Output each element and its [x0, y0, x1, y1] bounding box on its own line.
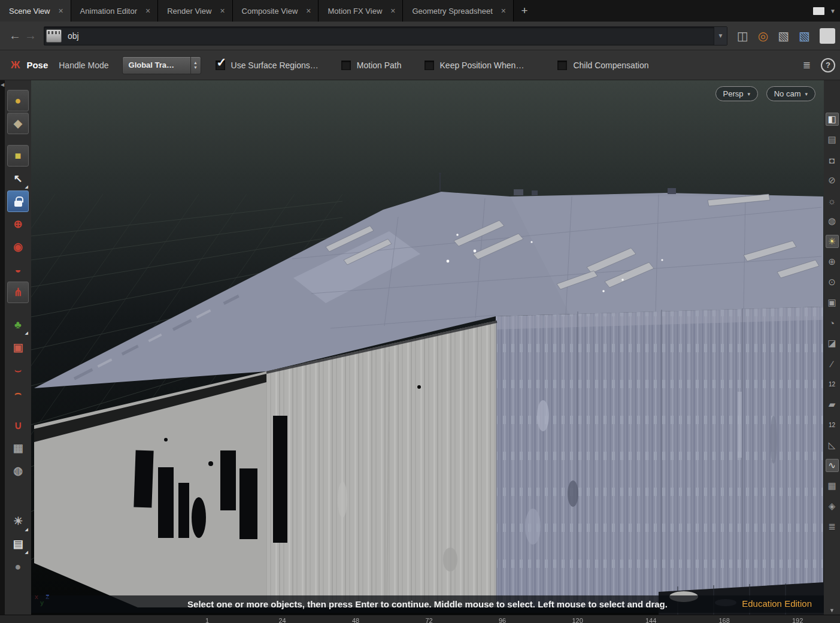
- shading-mode-icon[interactable]: ◧: [826, 113, 839, 126]
- link-cube-icon[interactable]: ▧: [778, 29, 789, 43]
- panel-swatch-button[interactable]: [820, 28, 835, 44]
- material-sphere-tool[interactable]: ●: [7, 556, 29, 577]
- tab-composite-view[interactable]: Composite View×: [233, 0, 319, 22]
- character-options-icon[interactable]: ≣: [803, 59, 811, 71]
- help-button[interactable]: ?: [821, 58, 835, 72]
- arc-tool[interactable]: ⌢: [7, 382, 29, 404]
- checkerboard-icon[interactable]: ▦: [826, 479, 839, 492]
- camera-selector-button[interactable]: No cam ▾: [766, 86, 815, 101]
- tab-close-icon[interactable]: ×: [500, 6, 507, 16]
- geometry-display-icon[interactable]: ▣: [826, 296, 839, 309]
- forward-button[interactable]: →: [23, 29, 38, 43]
- character-placement-tool[interactable]: ▣: [7, 337, 29, 358]
- tab-close-icon[interactable]: ×: [219, 6, 226, 16]
- stepper-down-icon[interactable]: ▼: [193, 65, 198, 70]
- right-strip-caret-icon[interactable]: ▼: [824, 607, 840, 613]
- wireframe-view-tool[interactable]: ◆: [7, 113, 29, 134]
- environment-globe-tool[interactable]: ◍: [7, 460, 29, 482]
- checkbox[interactable]: [557, 61, 567, 70]
- caret-down-icon: ▾: [747, 91, 750, 97]
- frame-tick: 1: [205, 617, 209, 623]
- pin-panel-icon[interactable]: ◫: [737, 29, 748, 43]
- tab-strip: Scene View×Animation Editor×Render View×…: [0, 0, 514, 22]
- camera-tool[interactable]: ▦: [7, 437, 29, 459]
- shelf-books-tool[interactable]: ▤◢: [7, 533, 29, 555]
- pose-tree-tool[interactable]: ♣◢: [7, 314, 29, 335]
- tab-close-icon[interactable]: ×: [305, 6, 312, 16]
- translate-tool[interactable]: ⊕: [7, 213, 29, 235]
- tab-label: Scene View: [9, 7, 50, 16]
- tab-animation-editor[interactable]: Animation Editor×: [71, 0, 159, 22]
- bbox-view-tool[interactable]: ■: [7, 145, 29, 167]
- pose-lock-tool[interactable]: [7, 190, 29, 212]
- tab-scene-view[interactable]: Scene View×: [0, 0, 71, 22]
- draw-curve-icon[interactable]: ∿: [826, 459, 839, 472]
- tab-motion-fx-view[interactable]: Motion FX View×: [319, 0, 403, 22]
- frame-tick: 72: [426, 617, 433, 623]
- visibility-diamond-icon[interactable]: ◈: [826, 500, 839, 513]
- option-use-surface-regions[interactable]: ✓Use Surface Regions…: [216, 61, 319, 70]
- selectable-only-icon[interactable]: ⊘: [826, 174, 839, 187]
- maximize-pane-icon[interactable]: [813, 7, 824, 15]
- stepper-up-icon[interactable]: ▲: [193, 61, 198, 65]
- path-dropdown-caret-icon[interactable]: ▼: [714, 27, 727, 45]
- ik-pose-tool-glyph: ⋔: [13, 286, 22, 299]
- pose-tool-icon[interactable]: Ж: [11, 59, 20, 71]
- option-child-compensation[interactable]: Child Compensation: [557, 61, 648, 70]
- collapse-left-icon[interactable]: ◀: [0, 82, 5, 87]
- checkbox[interactable]: [341, 61, 351, 70]
- network-path-value: obj: [68, 31, 79, 41]
- option-keep-position-when[interactable]: Keep Position When…: [424, 61, 524, 70]
- wireframe-view-tool-glyph: ◆: [14, 117, 22, 130]
- set-square-icon[interactable]: ◺: [826, 438, 839, 452]
- pane-menu-caret-icon[interactable]: ▼: [830, 8, 836, 14]
- tool-name-label: Pose: [26, 60, 48, 70]
- snapshot-icon[interactable]: ▤: [826, 133, 839, 146]
- tab-close-icon[interactable]: ×: [144, 6, 151, 16]
- transform-space-dropdown[interactable]: Global Tra… ▲ ▼: [122, 56, 201, 74]
- shaded-view-tool[interactable]: ●: [7, 90, 29, 111]
- scale-tool[interactable]: ◒: [7, 259, 29, 280]
- option-motion-path[interactable]: Motion Path: [341, 61, 402, 70]
- curve-tool[interactable]: ⌣: [7, 359, 29, 381]
- add-light-icon[interactable]: ⊕: [826, 255, 839, 268]
- tab-geometry-spreadsheet[interactable]: Geometry Spreadsheet×: [403, 0, 514, 22]
- magnet-snap-tool[interactable]: ∪: [7, 415, 29, 436]
- frame-handle-12-icon[interactable]: 12: [826, 377, 839, 391]
- link-cube-blue-icon[interactable]: ▧: [799, 29, 810, 43]
- ik-pose-tool[interactable]: ⋔: [7, 282, 29, 303]
- camera-lock-icon[interactable]: ◘: [826, 153, 839, 167]
- headlight-icon[interactable]: ☼: [826, 194, 839, 207]
- camera-selector-label: No cam: [774, 89, 801, 98]
- screwdriver-icon[interactable]: ∕: [826, 357, 839, 370]
- normal-lighting-icon[interactable]: ☀: [826, 235, 839, 248]
- toolbar-options: ✓Use Surface Regions…Motion PathKeep Pos…: [201, 61, 649, 70]
- background-image-icon[interactable]: ◪: [826, 337, 839, 350]
- select-arrow-tool[interactable]: ↖◢: [7, 168, 29, 189]
- flyout-corner-icon: ◢: [25, 550, 28, 554]
- shadow-light-icon[interactable]: ⊙: [826, 276, 839, 289]
- frame-handle-12b-icon[interactable]: 12: [826, 418, 839, 431]
- transform-space-stepper[interactable]: ▲ ▼: [190, 57, 201, 74]
- scene-viewport[interactable]: Persp ▾ No cam ▾ x y z Select one or mor…: [31, 80, 824, 615]
- new-tab-button[interactable]: +: [514, 0, 535, 22]
- back-button[interactable]: ←: [8, 29, 22, 43]
- environment-globe-tool-glyph: ◍: [13, 464, 23, 477]
- tab-close-icon[interactable]: ×: [57, 6, 64, 16]
- light-tool[interactable]: ☀◢: [7, 510, 29, 532]
- checkbox[interactable]: ✓: [216, 61, 225, 70]
- network-path-field[interactable]: obj ▼: [44, 26, 727, 46]
- rotate-tool[interactable]: ◉: [7, 236, 29, 258]
- strip-collapse-edge[interactable]: ◀: [0, 80, 5, 615]
- stairs-layers-icon[interactable]: ≣: [826, 520, 839, 533]
- camera-projection-button[interactable]: Persp ▾: [715, 86, 759, 101]
- displacement-icon[interactable]: ◔: [826, 316, 839, 329]
- tab-render-view[interactable]: Render View×: [158, 0, 232, 22]
- material-ball-icon[interactable]: ◍: [826, 214, 839, 228]
- timeline-bar[interactable]: 124487296120144168192: [0, 615, 840, 623]
- viewport-3d-scene[interactable]: [31, 80, 824, 615]
- checkbox[interactable]: [424, 61, 434, 70]
- tab-close-icon[interactable]: ×: [389, 6, 396, 16]
- onion-skin-icon[interactable]: ▰: [826, 398, 839, 411]
- radial-menu-icon[interactable]: ◎: [758, 29, 768, 43]
